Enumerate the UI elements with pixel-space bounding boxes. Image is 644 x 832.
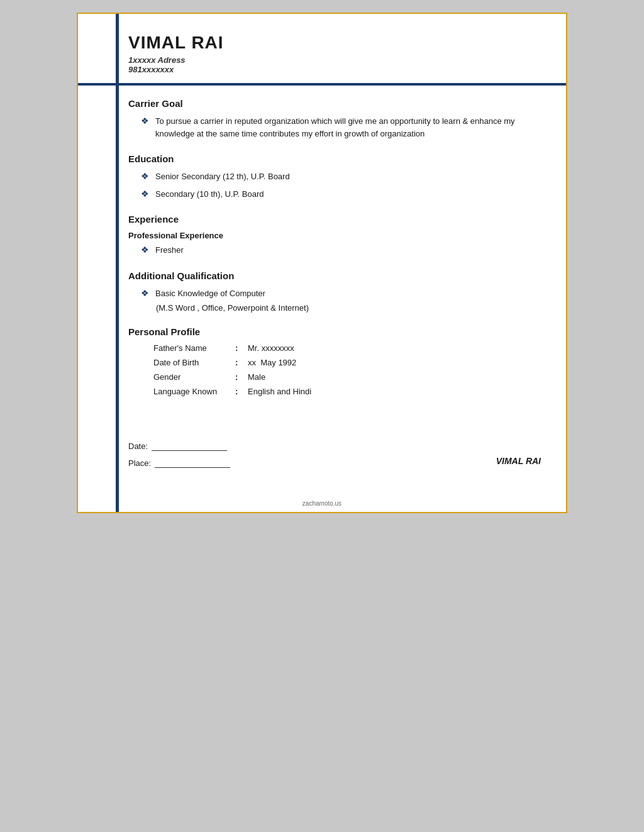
phone-line: 981xxxxxxx [128, 65, 547, 74]
profile-row-gender: Gender : Male [153, 372, 541, 382]
address-line: 1xxxxx Adress [128, 55, 547, 65]
date-field [152, 442, 227, 451]
profile-row-dob: Date of Birth : xx May 1992 [153, 358, 541, 367]
additional-qualification-title: Additional Qualification [128, 270, 541, 281]
education-item-1: ❖ Senior Secondary (12 th), U.P. Board [128, 170, 541, 183]
education-item-2: ❖ Secondary (10 th), U.P. Board [128, 188, 541, 201]
profile-value-gender: Male [248, 372, 265, 382]
header-section: VIMAL RAI 1xxxxx Adress 981xxxxxxx [78, 14, 566, 74]
experience-text-1: Fresher [155, 244, 184, 257]
profile-value-dob: xx May 1992 [248, 358, 296, 367]
additional-qualification-subtext: (M.S Word , Office, Powerpoint & Interne… [128, 303, 541, 313]
professional-experience-subtitle: Professional Experience [128, 231, 541, 240]
carrier-goal-section: Carrier Goal ❖ To pursue a carrier in re… [128, 98, 541, 140]
carrier-goal-item: ❖ To pursue a carrier in reputed organiz… [128, 115, 541, 140]
left-accent-bar [116, 14, 119, 512]
experience-section: Experience Professional Experience ❖ Fre… [128, 214, 541, 257]
profile-label-father: Father's Name [153, 343, 235, 353]
date-label: Date: [128, 441, 148, 451]
carrier-goal-text: To pursue a carrier in reputed organizat… [155, 115, 541, 140]
profile-row-father: Father's Name : Mr. xxxxxxxx [153, 343, 541, 353]
profile-row-language: Language Known : English and Hindi [153, 387, 541, 396]
place-field [155, 459, 230, 468]
place-label: Place: [128, 458, 151, 468]
bullet-diamond: ❖ [141, 245, 149, 255]
additional-qualification-item: ❖ Basic Knowledge of Computer [128, 287, 541, 300]
additional-qualification-section: Additional Qualification ❖ Basic Knowled… [128, 270, 541, 313]
bullet-diamond: ❖ [141, 171, 149, 181]
personal-profile-title: Personal Profile [128, 326, 541, 337]
bullet-diamond: ❖ [141, 116, 149, 126]
date-place-block: Date: Place: [128, 441, 230, 468]
profile-value-father: Mr. xxxxxxxx [248, 343, 294, 353]
profile-label-dob: Date of Birth [153, 358, 235, 367]
bottom-padding [78, 487, 566, 512]
signature-section: Date: Place: VIMAL RAI [78, 423, 566, 487]
experience-item-1: ❖ Fresher [128, 244, 541, 257]
profile-label-language: Language Known [153, 387, 235, 396]
candidate-name: VIMAL RAI [128, 33, 547, 53]
profile-table: Father's Name : Mr. xxxxxxxx Date of Bir… [153, 343, 541, 396]
profile-colon-language: : [235, 387, 248, 396]
additional-qualification-text: Basic Knowledge of Computer [155, 287, 265, 300]
watermark: zachamoto.us [303, 500, 341, 507]
resume-page: VIMAL RAI 1xxxxx Adress 981xxxxxxx Carri… [77, 13, 567, 513]
profile-colon-gender: : [235, 372, 248, 382]
profile-value-language: English and Hindi [248, 387, 311, 396]
signature-name: VIMAL RAI [496, 456, 541, 466]
date-line: Date: [128, 441, 230, 451]
education-text-2: Secondary (10 th), U.P. Board [155, 188, 264, 201]
content-section: Carrier Goal ❖ To pursue a carrier in re… [78, 86, 566, 423]
education-text-1: Senior Secondary (12 th), U.P. Board [155, 170, 290, 183]
education-title: Education [128, 153, 541, 164]
education-section: Education ❖ Senior Secondary (12 th), U.… [128, 153, 541, 200]
place-line: Place: [128, 458, 230, 468]
profile-label-gender: Gender [153, 372, 235, 382]
profile-colon-dob: : [235, 358, 248, 367]
profile-colon-father: : [235, 343, 248, 353]
bullet-diamond: ❖ [141, 288, 149, 298]
experience-title: Experience [128, 214, 541, 225]
bullet-diamond: ❖ [141, 189, 149, 199]
personal-profile-section: Personal Profile Father's Name : Mr. xxx… [128, 326, 541, 396]
carrier-goal-title: Carrier Goal [128, 98, 541, 109]
